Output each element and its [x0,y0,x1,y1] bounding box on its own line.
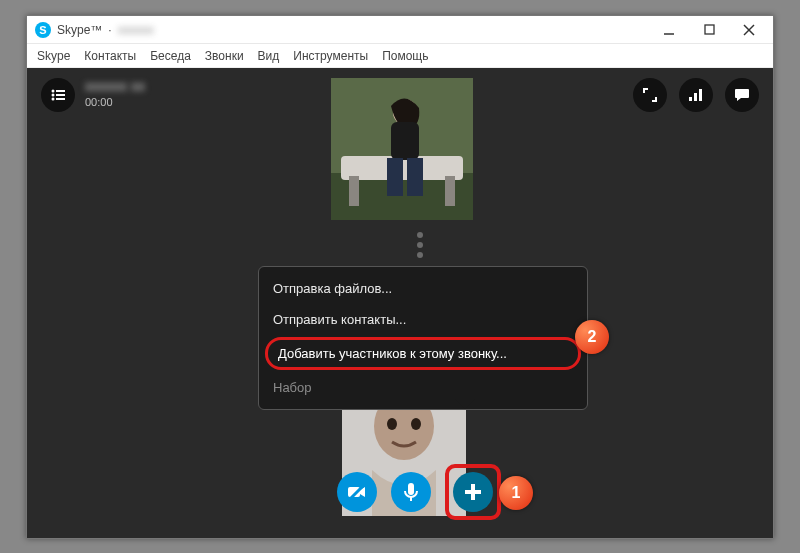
mic-toggle-button[interactable] [391,472,431,512]
title-contact: xxxxxx [118,23,154,37]
mic-icon [400,481,422,503]
titlebar-left: Skype™ · xxxxxx [35,22,154,38]
remote-avatar-image [331,78,473,220]
menu-help[interactable]: Помощь [382,49,428,63]
title-separator: · [108,23,111,37]
add-button[interactable] [453,472,493,512]
dot-icon [417,242,423,248]
camera-off-icon [346,481,368,503]
minimize-button[interactable] [649,18,689,42]
svg-rect-28 [408,483,414,495]
svg-rect-1 [705,25,714,34]
menubar: Skype Контакты Беседа Звонки Вид Инструм… [27,44,773,68]
call-area: xxxxxx xx 00:00 [27,68,773,538]
menu-calls[interactable]: Звонки [205,49,244,63]
call-info-text: xxxxxx xx 00:00 [85,78,145,108]
menu-send-contacts[interactable]: Отправить контакты... [259,304,587,335]
menu-dialpad[interactable]: Набор [259,372,587,403]
close-icon [743,24,755,36]
app-title: Skype™ [57,23,102,37]
call-top-actions [633,78,759,112]
annotation-badge-2: 2 [575,320,609,354]
svg-rect-10 [689,97,692,101]
annotation-badge-1: 1 [499,476,533,510]
plus-icon [462,481,484,503]
svg-rect-21 [407,158,423,196]
svg-rect-17 [445,176,455,206]
remote-video-tile [331,78,473,220]
menu-skype[interactable]: Skype [37,49,70,63]
menu-view[interactable]: Вид [258,49,280,63]
svg-point-6 [52,94,55,97]
call-timer: 00:00 [85,96,145,108]
svg-rect-5 [56,90,65,92]
skype-logo-icon [35,22,51,38]
recent-list-button[interactable] [41,78,75,112]
menu-tools[interactable]: Инструменты [293,49,368,63]
svg-rect-7 [56,94,65,96]
titlebar: Skype™ · xxxxxx [27,16,773,44]
svg-rect-16 [349,176,359,206]
close-button[interactable] [729,18,769,42]
dot-icon [417,232,423,238]
fullscreen-button[interactable] [633,78,667,112]
svg-rect-20 [387,158,403,196]
svg-rect-11 [694,93,697,101]
chat-icon [734,87,750,103]
contact-name: xxxxxx xx [85,78,145,94]
fullscreen-icon [643,88,657,102]
svg-point-8 [52,98,55,101]
signal-icon [688,87,704,103]
window-controls [649,18,769,42]
camera-toggle-button[interactable] [337,472,377,512]
svg-point-4 [52,90,55,93]
chat-button[interactable] [725,78,759,112]
minimize-icon [663,24,675,36]
add-button-highlight [445,464,501,520]
maximize-button[interactable] [689,18,729,42]
call-controls [337,464,501,520]
skype-window: Skype™ · xxxxxx Skype Контакты Беседа Зв… [26,15,774,539]
pagination-dots [417,232,423,258]
list-icon [50,87,66,103]
add-menu-popup: Отправка файлов... Отправить контакты...… [258,266,588,410]
svg-point-24 [387,418,397,430]
svg-point-25 [411,418,421,430]
menu-add-participants[interactable]: Добавить участников к этому звонку... [265,337,581,370]
maximize-icon [704,24,715,35]
call-info-panel: xxxxxx xx 00:00 [41,78,145,112]
call-quality-button[interactable] [679,78,713,112]
dot-icon [417,252,423,258]
menu-conversation[interactable]: Беседа [150,49,191,63]
menu-contacts[interactable]: Контакты [84,49,136,63]
svg-rect-12 [699,89,702,101]
svg-rect-19 [391,122,419,160]
svg-rect-9 [56,98,65,100]
menu-send-files[interactable]: Отправка файлов... [259,273,587,304]
